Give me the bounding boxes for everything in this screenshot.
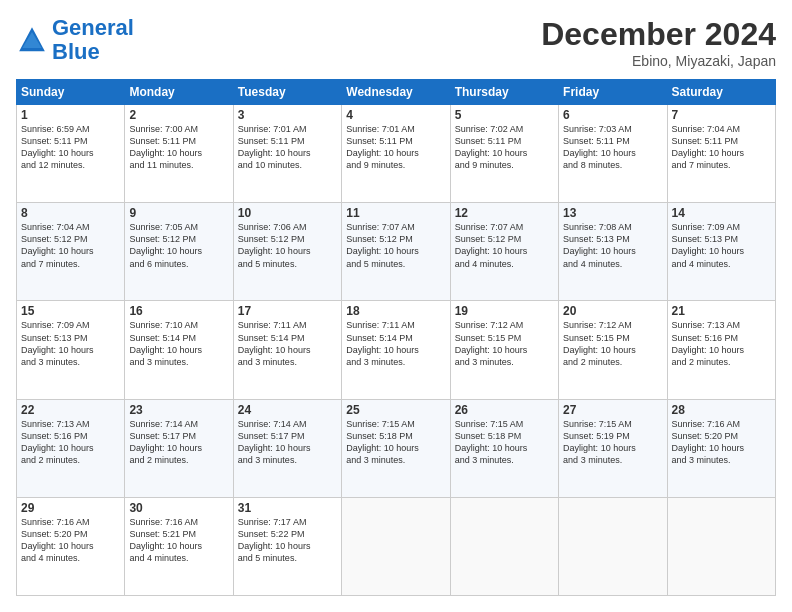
day-number: 18 [346,304,445,318]
calendar-table: SundayMondayTuesdayWednesdayThursdayFrid… [16,79,776,596]
day-number: 20 [563,304,662,318]
day-info: Sunrise: 7:07 AM Sunset: 5:12 PM Dayligh… [455,221,554,270]
day-number: 13 [563,206,662,220]
calendar-cell [559,497,667,595]
logo-general: General [52,15,134,40]
week-row-1: 8Sunrise: 7:04 AM Sunset: 5:12 PM Daylig… [17,203,776,301]
calendar-cell: 25Sunrise: 7:15 AM Sunset: 5:18 PM Dayli… [342,399,450,497]
weekday-monday: Monday [125,80,233,105]
weekday-saturday: Saturday [667,80,775,105]
calendar-cell: 10Sunrise: 7:06 AM Sunset: 5:12 PM Dayli… [233,203,341,301]
calendar-cell: 1Sunrise: 6:59 AM Sunset: 5:11 PM Daylig… [17,105,125,203]
week-row-4: 29Sunrise: 7:16 AM Sunset: 5:20 PM Dayli… [17,497,776,595]
day-info: Sunrise: 7:16 AM Sunset: 5:20 PM Dayligh… [672,418,771,467]
calendar-cell: 22Sunrise: 7:13 AM Sunset: 5:16 PM Dayli… [17,399,125,497]
calendar-cell: 16Sunrise: 7:10 AM Sunset: 5:14 PM Dayli… [125,301,233,399]
day-number: 5 [455,108,554,122]
day-number: 11 [346,206,445,220]
day-info: Sunrise: 7:14 AM Sunset: 5:17 PM Dayligh… [129,418,228,467]
calendar-cell: 26Sunrise: 7:15 AM Sunset: 5:18 PM Dayli… [450,399,558,497]
weekday-tuesday: Tuesday [233,80,341,105]
day-info: Sunrise: 7:09 AM Sunset: 5:13 PM Dayligh… [672,221,771,270]
weekday-friday: Friday [559,80,667,105]
day-number: 1 [21,108,120,122]
day-info: Sunrise: 7:05 AM Sunset: 5:12 PM Dayligh… [129,221,228,270]
weekday-thursday: Thursday [450,80,558,105]
day-number: 21 [672,304,771,318]
calendar-cell: 14Sunrise: 7:09 AM Sunset: 5:13 PM Dayli… [667,203,775,301]
weekday-header-row: SundayMondayTuesdayWednesdayThursdayFrid… [17,80,776,105]
day-info: Sunrise: 7:01 AM Sunset: 5:11 PM Dayligh… [238,123,337,172]
day-number: 6 [563,108,662,122]
day-number: 25 [346,403,445,417]
calendar-cell: 29Sunrise: 7:16 AM Sunset: 5:20 PM Dayli… [17,497,125,595]
day-number: 7 [672,108,771,122]
calendar-cell: 23Sunrise: 7:14 AM Sunset: 5:17 PM Dayli… [125,399,233,497]
calendar-cell: 21Sunrise: 7:13 AM Sunset: 5:16 PM Dayli… [667,301,775,399]
day-number: 24 [238,403,337,417]
day-info: Sunrise: 7:09 AM Sunset: 5:13 PM Dayligh… [21,319,120,368]
day-number: 27 [563,403,662,417]
calendar-cell: 27Sunrise: 7:15 AM Sunset: 5:19 PM Dayli… [559,399,667,497]
day-info: Sunrise: 7:02 AM Sunset: 5:11 PM Dayligh… [455,123,554,172]
header: General Blue December 2024 Ebino, Miyaza… [16,16,776,69]
calendar-cell: 3Sunrise: 7:01 AM Sunset: 5:11 PM Daylig… [233,105,341,203]
month-title: December 2024 [541,16,776,53]
day-number: 22 [21,403,120,417]
logo-text: General Blue [52,16,134,64]
day-number: 10 [238,206,337,220]
day-info: Sunrise: 7:15 AM Sunset: 5:18 PM Dayligh… [455,418,554,467]
day-number: 30 [129,501,228,515]
logo-icon [16,24,48,56]
day-number: 26 [455,403,554,417]
day-info: Sunrise: 7:03 AM Sunset: 5:11 PM Dayligh… [563,123,662,172]
calendar-cell: 31Sunrise: 7:17 AM Sunset: 5:22 PM Dayli… [233,497,341,595]
day-info: Sunrise: 7:06 AM Sunset: 5:12 PM Dayligh… [238,221,337,270]
day-number: 8 [21,206,120,220]
day-info: Sunrise: 7:17 AM Sunset: 5:22 PM Dayligh… [238,516,337,565]
day-number: 14 [672,206,771,220]
day-info: Sunrise: 7:00 AM Sunset: 5:11 PM Dayligh… [129,123,228,172]
calendar-cell [450,497,558,595]
calendar-cell: 15Sunrise: 7:09 AM Sunset: 5:13 PM Dayli… [17,301,125,399]
page: General Blue December 2024 Ebino, Miyaza… [0,0,792,612]
logo-blue: Blue [52,39,100,64]
calendar-cell: 6Sunrise: 7:03 AM Sunset: 5:11 PM Daylig… [559,105,667,203]
day-number: 12 [455,206,554,220]
day-info: Sunrise: 6:59 AM Sunset: 5:11 PM Dayligh… [21,123,120,172]
calendar-cell: 4Sunrise: 7:01 AM Sunset: 5:11 PM Daylig… [342,105,450,203]
calendar-cell: 17Sunrise: 7:11 AM Sunset: 5:14 PM Dayli… [233,301,341,399]
day-info: Sunrise: 7:14 AM Sunset: 5:17 PM Dayligh… [238,418,337,467]
day-number: 16 [129,304,228,318]
day-info: Sunrise: 7:13 AM Sunset: 5:16 PM Dayligh… [672,319,771,368]
day-info: Sunrise: 7:16 AM Sunset: 5:21 PM Dayligh… [129,516,228,565]
day-number: 29 [21,501,120,515]
logo: General Blue [16,16,134,64]
day-number: 28 [672,403,771,417]
week-row-0: 1Sunrise: 6:59 AM Sunset: 5:11 PM Daylig… [17,105,776,203]
day-info: Sunrise: 7:15 AM Sunset: 5:18 PM Dayligh… [346,418,445,467]
calendar-cell: 11Sunrise: 7:07 AM Sunset: 5:12 PM Dayli… [342,203,450,301]
day-number: 15 [21,304,120,318]
calendar-cell: 20Sunrise: 7:12 AM Sunset: 5:15 PM Dayli… [559,301,667,399]
day-number: 19 [455,304,554,318]
day-info: Sunrise: 7:15 AM Sunset: 5:19 PM Dayligh… [563,418,662,467]
day-info: Sunrise: 7:11 AM Sunset: 5:14 PM Dayligh… [238,319,337,368]
weekday-wednesday: Wednesday [342,80,450,105]
day-number: 4 [346,108,445,122]
day-number: 31 [238,501,337,515]
calendar-cell: 7Sunrise: 7:04 AM Sunset: 5:11 PM Daylig… [667,105,775,203]
calendar-cell: 19Sunrise: 7:12 AM Sunset: 5:15 PM Dayli… [450,301,558,399]
calendar-cell [342,497,450,595]
day-number: 9 [129,206,228,220]
location: Ebino, Miyazaki, Japan [541,53,776,69]
calendar-cell: 13Sunrise: 7:08 AM Sunset: 5:13 PM Dayli… [559,203,667,301]
day-info: Sunrise: 7:13 AM Sunset: 5:16 PM Dayligh… [21,418,120,467]
day-info: Sunrise: 7:16 AM Sunset: 5:20 PM Dayligh… [21,516,120,565]
day-info: Sunrise: 7:08 AM Sunset: 5:13 PM Dayligh… [563,221,662,270]
day-number: 3 [238,108,337,122]
day-info: Sunrise: 7:11 AM Sunset: 5:14 PM Dayligh… [346,319,445,368]
title-area: December 2024 Ebino, Miyazaki, Japan [541,16,776,69]
calendar-cell: 28Sunrise: 7:16 AM Sunset: 5:20 PM Dayli… [667,399,775,497]
calendar-cell: 5Sunrise: 7:02 AM Sunset: 5:11 PM Daylig… [450,105,558,203]
